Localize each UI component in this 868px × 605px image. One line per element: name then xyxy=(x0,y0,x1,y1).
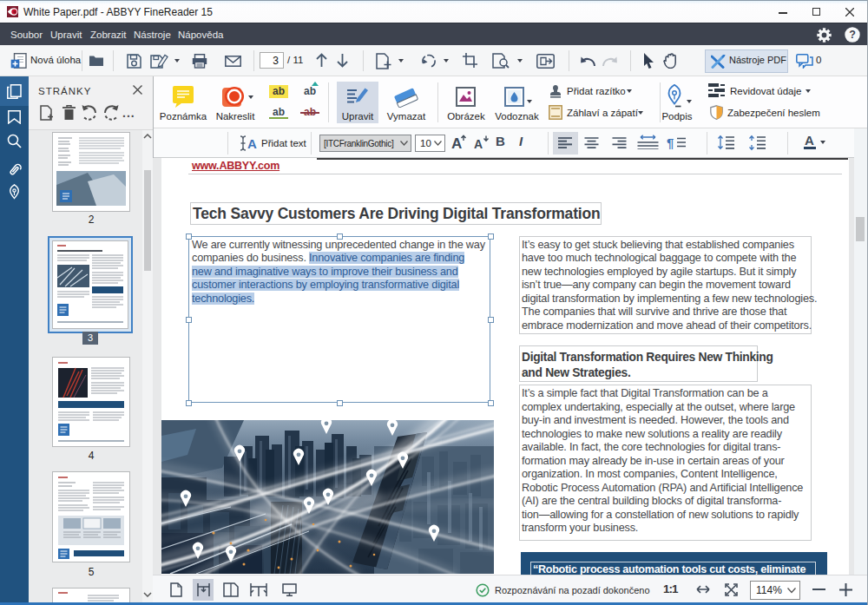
svg-text:A: A xyxy=(474,137,483,150)
svg-text:¶: ¶ xyxy=(667,136,674,149)
svg-text:A: A xyxy=(451,135,462,150)
svg-text:?: ? xyxy=(849,29,856,41)
svg-text:A: A xyxy=(247,136,257,151)
